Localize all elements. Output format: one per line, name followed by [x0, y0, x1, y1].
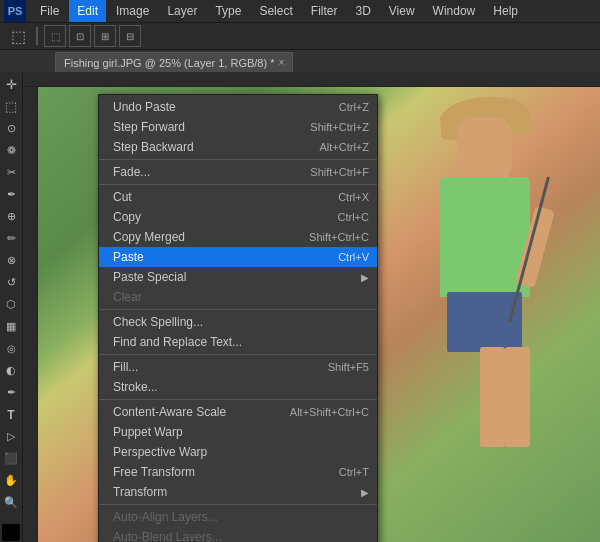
tool-quick-select[interactable]: ❁ [0, 140, 22, 161]
menu-auto-align: Auto-Align Layers... [99, 507, 377, 527]
tool-clone[interactable]: ⊗ [0, 250, 22, 271]
tool-gradient[interactable]: ▦ [0, 316, 22, 337]
tool-dodge[interactable]: ◐ [0, 360, 22, 381]
menu-undo-paste[interactable]: Undo Paste Ctrl+Z [99, 97, 377, 117]
options-bar: ⬚ ⬚ ⊡ ⊞ ⊟ [0, 22, 600, 50]
tool-brush[interactable]: ✏ [0, 228, 22, 249]
opt-btn-2[interactable]: ⊡ [69, 25, 91, 47]
section-transform: Content-Aware Scale Alt+Shift+Ctrl+C Pup… [99, 400, 377, 505]
menu-perspective-warp[interactable]: Perspective Warp [99, 442, 377, 462]
tab-bar: Fishing girl.JPG @ 25% (Layer 1, RGB/8) … [0, 50, 600, 72]
menu-transform[interactable]: Transform ▶ [99, 482, 377, 502]
menu-image[interactable]: Image [108, 0, 157, 22]
menu-copy[interactable]: Copy Ctrl+C [99, 207, 377, 227]
tool-shape[interactable]: ⬛ [0, 448, 22, 469]
menu-copy-merged[interactable]: Copy Merged Shift+Ctrl+C [99, 227, 377, 247]
opt-btn-1[interactable]: ⬚ [44, 25, 66, 47]
content-aware-scale-label: Content-Aware Scale [113, 405, 226, 419]
menu-fade[interactable]: Fade... Shift+Ctrl+F [99, 162, 377, 182]
fill-shortcut: Shift+F5 [328, 361, 369, 373]
menu-puppet-warp[interactable]: Puppet Warp [99, 422, 377, 442]
menu-free-transform[interactable]: Free Transform Ctrl+T [99, 462, 377, 482]
cut-label: Cut [113, 190, 132, 204]
tool-hand[interactable]: ✋ [0, 470, 22, 491]
ps-logo: PS [4, 0, 26, 22]
section-fade: Fade... Shift+Ctrl+F [99, 160, 377, 185]
free-transform-label: Free Transform [113, 465, 195, 479]
menu-step-forward[interactable]: Step Forward Shift+Ctrl+Z [99, 117, 377, 137]
menu-select[interactable]: Select [251, 0, 300, 22]
menu-find-replace[interactable]: Find and Replace Text... [99, 332, 377, 352]
check-spelling-label: Check Spelling... [113, 315, 203, 329]
menu-view[interactable]: View [381, 0, 423, 22]
left-toolbar: ✛ ⬚ ⊙ ❁ ✂ ✒ ⊕ ✏ ⊗ ↺ ⬡ ▦ ◎ ◐ ✒ T ▷ ⬛ ✋ 🔍 [0, 72, 23, 542]
tool-pen[interactable]: ✒ [0, 382, 22, 403]
menu-paste[interactable]: Paste Ctrl+V [99, 247, 377, 267]
stroke-label: Stroke... [113, 380, 158, 394]
tool-zoom[interactable]: 🔍 [0, 492, 22, 513]
edit-dropdown-menu: Undo Paste Ctrl+Z Step Forward Shift+Ctr… [98, 94, 378, 542]
tool-crop[interactable]: ✂ [0, 162, 22, 183]
tool-blur[interactable]: ◎ [0, 338, 22, 359]
copy-label: Copy [113, 210, 141, 224]
menu-auto-blend: Auto-Blend Layers... [99, 527, 377, 542]
menu-check-spelling[interactable]: Check Spelling... [99, 312, 377, 332]
undo-paste-label: Undo Paste [113, 100, 176, 114]
canvas-area: Undo Paste Ctrl+Z Step Forward Shift+Ctr… [23, 72, 600, 542]
transform-arrow: ▶ [361, 487, 369, 498]
step-backward-label: Step Backward [113, 140, 194, 154]
tool-foreground-color[interactable] [2, 524, 20, 541]
fill-label: Fill... [113, 360, 138, 374]
menu-paste-special[interactable]: Paste Special ▶ [99, 267, 377, 287]
fade-shortcut: Shift+Ctrl+F [310, 166, 369, 178]
tool-path[interactable]: ▷ [0, 426, 22, 447]
options-icon: ⬚ [6, 24, 30, 48]
cut-shortcut: Ctrl+X [338, 191, 369, 203]
tool-eraser[interactable]: ⬡ [0, 294, 22, 315]
section-clipboard: Cut Ctrl+X Copy Ctrl+C Copy Merged Shift… [99, 185, 377, 310]
tool-lasso[interactable]: ⊙ [0, 118, 22, 139]
section-auto: Auto-Align Layers... Auto-Blend Layers..… [99, 505, 377, 542]
puppet-warp-label: Puppet Warp [113, 425, 183, 439]
tool-text[interactable]: T [0, 404, 22, 425]
copy-merged-label: Copy Merged [113, 230, 185, 244]
tool-marquee[interactable]: ⬚ [0, 96, 22, 117]
menu-3d[interactable]: 3D [347, 0, 378, 22]
menu-edit[interactable]: Edit [69, 0, 106, 22]
menu-step-backward[interactable]: Step Backward Alt+Ctrl+Z [99, 137, 377, 157]
tool-eyedropper[interactable]: ✒ [0, 184, 22, 205]
menu-clear: Clear [99, 287, 377, 307]
menu-content-aware-scale[interactable]: Content-Aware Scale Alt+Shift+Ctrl+C [99, 402, 377, 422]
copy-merged-shortcut: Shift+Ctrl+C [309, 231, 369, 243]
step-backward-shortcut: Alt+Ctrl+Z [319, 141, 369, 153]
menu-file[interactable]: File [32, 0, 67, 22]
copy-shortcut: Ctrl+C [338, 211, 369, 223]
fade-label: Fade... [113, 165, 150, 179]
tab-label: Fishing girl.JPG @ 25% (Layer 1, RGB/8) … [64, 57, 274, 69]
free-transform-shortcut: Ctrl+T [339, 466, 369, 478]
transform-label: Transform [113, 485, 167, 499]
opt-btn-4[interactable]: ⊟ [119, 25, 141, 47]
menu-window[interactable]: Window [425, 0, 484, 22]
section-undo: Undo Paste Ctrl+Z Step Forward Shift+Ctr… [99, 95, 377, 160]
paste-special-label: Paste Special [113, 270, 186, 284]
tab-close[interactable]: × [278, 57, 284, 68]
content-aware-scale-shortcut: Alt+Shift+Ctrl+C [290, 406, 369, 418]
tool-healing[interactable]: ⊕ [0, 206, 22, 227]
menu-cut[interactable]: Cut Ctrl+X [99, 187, 377, 207]
menu-layer[interactable]: Layer [159, 0, 205, 22]
ruler-vertical [23, 87, 38, 542]
menu-help[interactable]: Help [485, 0, 526, 22]
tool-move[interactable]: ✛ [0, 74, 22, 95]
paste-shortcut: Ctrl+V [338, 251, 369, 263]
menu-fill[interactable]: Fill... Shift+F5 [99, 357, 377, 377]
menu-type[interactable]: Type [207, 0, 249, 22]
opt-btn-3[interactable]: ⊞ [94, 25, 116, 47]
menu-stroke[interactable]: Stroke... [99, 377, 377, 397]
clear-label: Clear [113, 290, 142, 304]
tool-history[interactable]: ↺ [0, 272, 22, 293]
menu-filter[interactable]: Filter [303, 0, 346, 22]
step-forward-label: Step Forward [113, 120, 185, 134]
auto-blend-label: Auto-Blend Layers... [113, 530, 222, 542]
document-tab[interactable]: Fishing girl.JPG @ 25% (Layer 1, RGB/8) … [55, 52, 293, 72]
